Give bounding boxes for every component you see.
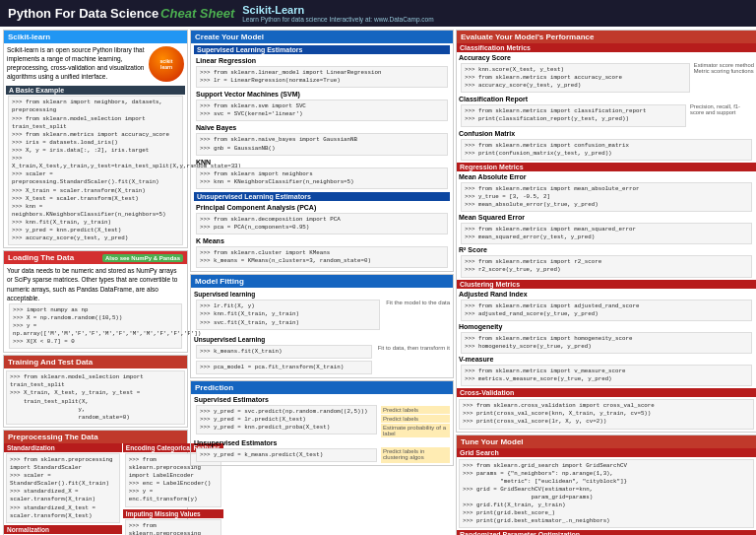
sklearn-logo: scikitlearn — [149, 46, 184, 82]
classification-metrics-header: Classification Metrics — [457, 43, 756, 52]
lr-code: >>> from sklearn.linear_model import Lin… — [196, 66, 448, 88]
adj-rand-code: >>> from sklearn.metrics import adjusted… — [461, 300, 752, 321]
model-fitting-header: Model Fitting — [191, 275, 453, 288]
unsup-fitting-label: Fit to data, then transform it — [378, 335, 450, 351]
code-line: >>> accuracy_score(y_test, y_pred) — [465, 82, 686, 90]
code-line: >>> pca_model = pca.fit_transform(X_trai… — [200, 364, 368, 371]
vmeasure-code: >>> from sklearn.metrics import v_measur… — [461, 365, 752, 386]
preprocessing-left: Standardization >>> from sklearn.preproc… — [4, 443, 122, 535]
classif-report-label: Precision, recall, f1-score and support — [690, 103, 754, 127]
cross-val-code: >>> from sklearn.cross_validation import… — [459, 399, 754, 429]
sup-fitting-title: Supervised learning — [194, 290, 382, 299]
unsupervised-fitting: Unsupervised Learning >>> k_means.fit(X_… — [194, 335, 450, 375]
classif-report-block: Classification Report >>> from sklearn.m… — [459, 95, 754, 127]
unsupervised-fitting-left: Unsupervised Learning >>> k_means.fit(X_… — [194, 335, 374, 375]
accuracy-code-block: >>> knn.score(X_test, y_test) >>> from s… — [459, 62, 692, 94]
unsup-fitting-code2: >>> pca_model = pca.fit_transform(X_trai… — [196, 361, 372, 374]
sup-fitting-code: >>> lr.fit(X, y) >>> knn.fit(X_train, y_… — [196, 300, 380, 329]
metric-score-label: Metric scoring functions — [694, 68, 754, 74]
code-line: >>> from sklearn.metrics import mean_squ… — [465, 226, 748, 234]
sup-fitting-label: Fit the model to the data — [386, 290, 450, 305]
code-line: >>> print(grid.best_score_) — [463, 509, 750, 517]
r2-title: R² Score — [459, 245, 754, 254]
code-line: >>> X_test = scaler.transform(X_test) — [12, 195, 179, 203]
code-line: >>> X = np.random.random((10,5)) — [13, 314, 178, 322]
unsup-fitting-title: Unsupervised Learning — [194, 335, 374, 344]
code-line: >>> y = np.array(['M','M','F','F','M','F… — [13, 322, 178, 338]
sup-pred-title: Supervised Estimators — [194, 396, 450, 403]
numpy-badge: Also see NumPy & Pandas — [102, 254, 183, 262]
homogeneity-code: >>> from sklearn.metrics import homogene… — [461, 332, 752, 354]
mae-title: Mean Absolute Error — [459, 172, 754, 181]
subtitle: Scikit-Learn — [242, 4, 433, 16]
classif-report-content: >>> from sklearn.metrics import classifi… — [459, 103, 754, 127]
code-line: >>> from sklearn.linear_model import Lin… — [200, 69, 444, 77]
evaluate-header: Evaluate Your Model's Performance — [457, 31, 756, 43]
training-header: Training And Test Data — [4, 356, 187, 368]
code-line: "metric": ["euclidean", "cityblock"]} — [463, 478, 750, 486]
code-line: train_test_split(X, — [10, 398, 181, 406]
mse-title: Mean Squared Error — [459, 213, 754, 222]
code-line: >>> from sklearn.metrics import v_measur… — [465, 368, 748, 375]
tune-header: Tune Your Model — [457, 435, 756, 448]
mae-block: Mean Absolute Error >>> from sklearn.met… — [459, 172, 754, 212]
code-line: >>> from sklearn import neighbors, datas… — [12, 99, 179, 114]
accuracy-code: >>> knn.score(X_test, y_test) >>> from s… — [461, 63, 690, 93]
std-header: Standardization — [4, 443, 122, 452]
code-line: >>> standardized_X = scaler.transform(X_… — [10, 488, 116, 503]
header-subtitle-block: Scikit-Learn Learn Python for data scien… — [242, 4, 433, 23]
accuracy-content: >>> knn.score(X_test, y_test) >>> from s… — [459, 62, 754, 94]
code-line: >>> from sklearn.decomposition import PC… — [200, 216, 444, 224]
loading-section: Loading The Data Also see NumPy & Pandas… — [3, 250, 188, 353]
cross-val-header: Cross-Validation — [457, 388, 756, 397]
code-line: >>> y_pred = knn.predict_proba(X_test) — [200, 424, 373, 432]
code-line: y, — [10, 406, 181, 414]
mse-block: Mean Squared Error >>> from sklearn.metr… — [459, 213, 754, 244]
loading-title: Loading The Data — [8, 253, 74, 262]
vmeasure-block: V-measure >>> from sklearn.metrics impor… — [459, 355, 754, 386]
loading-header: Loading The Data Also see NumPy & Pandas — [4, 251, 187, 264]
code-line: >>> metrics.v_measure_score(y_true, y_pr… — [465, 375, 748, 383]
unsup-pred-block: >>> y_pred = k_means.predict(X_test) Pre… — [194, 447, 450, 463]
randomized-header: Randomized Parameter Optimization — [457, 530, 756, 535]
norm-header: Normalization — [4, 525, 122, 534]
training-code: >>> from sklearn.model_selection import … — [6, 370, 185, 425]
sklearn-intro-section: Scikit-learn Scikit-learn is an open sou… — [3, 30, 188, 248]
r2-block: R² Score >>> from sklearn.metrics import… — [459, 245, 754, 277]
code-line: >>> y_pred = knn.predict(X_test) — [12, 227, 179, 234]
code-line: >>> lr.fit(X, y) — [200, 302, 376, 310]
code-line: >>> r2_score(y_true, y_pred) — [465, 266, 748, 274]
mse-code: >>> from sklearn.metrics import mean_squ… — [461, 223, 752, 244]
code-line: >>> gnb = GaussianNB() — [200, 145, 444, 153]
svm-title: Support Vector Machines (SVM) — [194, 90, 450, 99]
code-line: >>> X[X < 0.7] = 0 — [13, 338, 178, 346]
unsup-pred-title: Unsupervised Estimators — [194, 439, 450, 446]
code-line: >>> standardized_X_test = scaler.transfo… — [10, 504, 116, 520]
sup-pred-block: >>> y_pred = svc.predict(np.random.rando… — [194, 404, 450, 437]
code-line: >>> X_train, X_test, y_train, y_test = — [10, 389, 181, 397]
pred-label-2: Predict labels — [381, 415, 450, 423]
confusion-block: Confusion Matrix >>> from sklearn.metric… — [459, 129, 754, 161]
code-line: >>> y_pred = lr.predict(X_test) — [200, 416, 373, 424]
code-line: >>> print(confusion_matrix(y_test, y_pre… — [465, 150, 748, 158]
pred-label-3: Estimate probability of a label — [381, 424, 450, 437]
tune-section: Tune Your Model Grid Search >>> from skl… — [456, 435, 756, 535]
lr-title: Linear Regression — [194, 56, 450, 65]
code-line: >>> from sklearn.metrics import homogene… — [465, 335, 748, 343]
code-line: >>> from sklearn import neighbors — [200, 170, 444, 178]
code-line: >>> X_train,X_test,y_train,y_test=train_… — [12, 155, 179, 170]
kmeans-code: >>> from sklearn.cluster import KMeans >… — [196, 246, 448, 268]
confusion-title: Confusion Matrix — [459, 129, 754, 138]
prediction-body: Supervised Estimators >>> y_pred = svc.p… — [191, 394, 453, 465]
model-fitting-body: Supervised learning >>> lr.fit(X, y) >>>… — [191, 288, 453, 377]
title-cheatsheet: Cheat Sheet — [160, 6, 234, 21]
adj-rand-title: Adjusted Rand Index — [459, 290, 754, 299]
prediction-header: Prediction — [191, 381, 453, 394]
code-line: random_state=0) — [10, 414, 181, 422]
grid-search-header: Grid Search — [457, 448, 756, 457]
loading-note: Your data needs to be numeric and stored… — [7, 266, 184, 301]
grid-search-code: >>> from sklearn.grid_search import Grid… — [459, 459, 754, 529]
unsupervised-est-header: Unsupervised Learning Estimators — [194, 192, 450, 201]
basic-example-code: >>> from sklearn import neighbors, datas… — [8, 96, 183, 245]
header: Python For Data Science Cheat Sheet Scik… — [0, 0, 756, 27]
